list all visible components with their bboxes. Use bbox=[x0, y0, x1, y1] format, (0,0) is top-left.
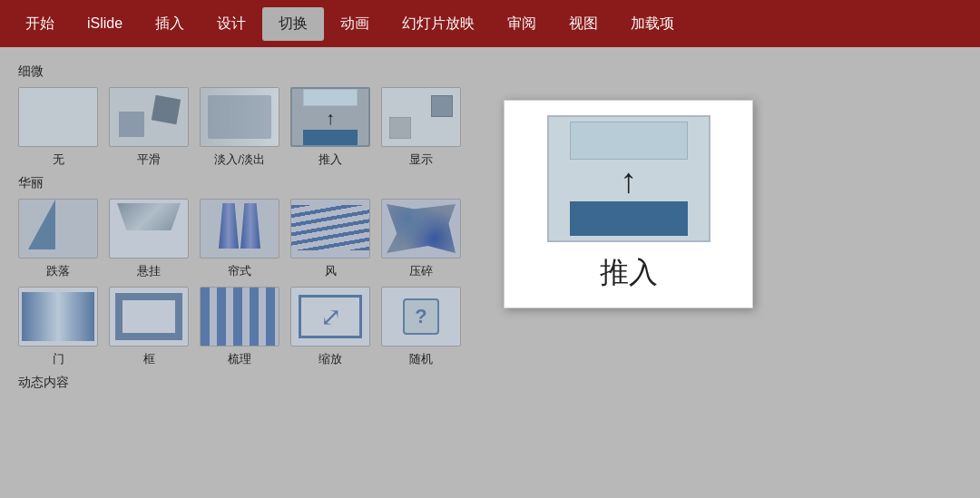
menu-item-addins[interactable]: 加载项 bbox=[614, 7, 691, 41]
menu-item-animation[interactable]: 动画 bbox=[324, 7, 386, 41]
transition-comb-icon bbox=[200, 287, 279, 347]
transition-fall-icon bbox=[18, 199, 98, 259]
transition-hang-icon bbox=[109, 199, 189, 259]
section-label-subtle: 细微 bbox=[18, 63, 962, 80]
transition-smooth-label: 平滑 bbox=[137, 151, 161, 168]
transition-fall-label: 跌落 bbox=[46, 263, 70, 279]
tooltip-push-icon-large: ↑ bbox=[547, 115, 710, 242]
transition-crush[interactable]: 压碎 bbox=[381, 199, 461, 279]
menu-item-islide[interactable]: iSlide bbox=[71, 8, 139, 39]
fancy-row1: 跌落 悬挂 帘式 风 压碎 bbox=[18, 199, 962, 279]
transition-curtain-icon bbox=[200, 199, 279, 259]
tooltip-push-title: 推入 bbox=[600, 253, 658, 293]
push-arrow: ↑ bbox=[326, 109, 335, 127]
tooltip-popup: ↑ 推入 bbox=[504, 100, 753, 308]
transition-fade-icon bbox=[200, 87, 279, 147]
menu-item-slideshow[interactable]: 幻灯片放映 bbox=[386, 7, 491, 41]
subtle-row: 无 平滑 淡入/淡出 ↑ 推入 bbox=[18, 87, 962, 168]
fancy-row2: 门 框 梳理 ⤢ 缩放 ? bbox=[18, 287, 962, 367]
transition-push[interactable]: ↑ 推入 bbox=[290, 87, 370, 168]
transition-random-label: 随机 bbox=[409, 351, 433, 367]
transition-crush-label: 压碎 bbox=[409, 263, 433, 279]
transition-comb-label: 梳理 bbox=[228, 351, 251, 367]
zoom-arrows-icon: ⤢ bbox=[291, 288, 369, 346]
transition-smooth-icon bbox=[109, 87, 189, 147]
transition-random[interactable]: ? 随机 bbox=[381, 287, 461, 367]
transition-push-label: 推入 bbox=[318, 151, 342, 168]
transition-wind-label: 风 bbox=[325, 263, 337, 279]
transition-push-icon: ↑ bbox=[290, 87, 370, 147]
transition-show-label: 显示 bbox=[409, 151, 433, 168]
tooltip-push-arrow: ↑ bbox=[620, 163, 637, 198]
menu-item-review[interactable]: 审阅 bbox=[491, 7, 553, 41]
menu-item-insert[interactable]: 插入 bbox=[139, 7, 201, 41]
transition-fall[interactable]: 跌落 bbox=[18, 199, 98, 279]
random-question-box: ? bbox=[403, 298, 439, 335]
transition-random-icon: ? bbox=[381, 287, 461, 347]
main-area: 细微 无 平滑 淡入/淡出 ↑ bbox=[0, 47, 980, 498]
section-label-dynamic: 动态内容 bbox=[18, 375, 962, 391]
transition-door[interactable]: 门 bbox=[18, 287, 98, 367]
transition-zoom[interactable]: ⤢ 缩放 bbox=[290, 287, 370, 367]
random-question-mark: ? bbox=[415, 305, 426, 328]
transition-frame-icon bbox=[109, 287, 189, 347]
transition-crush-icon bbox=[381, 199, 461, 259]
transition-zoom-icon: ⤢ bbox=[290, 287, 370, 347]
transition-none-label: 无 bbox=[53, 151, 64, 168]
transition-fade-label: 淡入/淡出 bbox=[214, 151, 265, 168]
menu-item-start[interactable]: 开始 bbox=[9, 7, 71, 41]
transition-none[interactable]: 无 bbox=[18, 87, 98, 168]
transition-comb[interactable]: 梳理 bbox=[200, 287, 279, 367]
push-top bbox=[303, 89, 358, 106]
section-subtle: 细微 无 平滑 淡入/淡出 ↑ bbox=[18, 63, 962, 168]
transition-wind[interactable]: 风 bbox=[290, 199, 370, 279]
transition-curtain[interactable]: 帘式 bbox=[200, 199, 279, 279]
transition-show[interactable]: 显示 bbox=[381, 87, 461, 168]
menu-item-transition[interactable]: 切换 bbox=[262, 7, 324, 41]
transition-show-icon bbox=[381, 87, 461, 147]
transition-none-icon bbox=[18, 87, 98, 147]
menu-item-design[interactable]: 设计 bbox=[201, 7, 262, 41]
transition-smooth[interactable]: 平滑 bbox=[109, 87, 189, 168]
menu-item-view[interactable]: 视图 bbox=[553, 7, 614, 41]
tooltip-push-bottom bbox=[570, 201, 688, 236]
push-bottom bbox=[303, 130, 358, 145]
transition-hang[interactable]: 悬挂 bbox=[109, 199, 189, 279]
transition-curtain-label: 帘式 bbox=[228, 263, 251, 279]
transition-frame[interactable]: 框 bbox=[109, 287, 189, 367]
transition-frame-label: 框 bbox=[143, 351, 155, 367]
section-fancy: 华丽 跌落 悬挂 帘式 风 bbox=[18, 175, 962, 367]
menu-bar: 开始 iSlide 插入 设计 切换 动画 幻灯片放映 审阅 视图 加载项 bbox=[0, 0, 980, 47]
transition-door-icon bbox=[18, 287, 98, 347]
transition-hang-label: 悬挂 bbox=[137, 263, 161, 279]
section-label-fancy: 华丽 bbox=[18, 175, 962, 191]
transition-zoom-label: 缩放 bbox=[318, 351, 342, 367]
transition-fade[interactable]: 淡入/淡出 bbox=[200, 87, 279, 168]
tooltip-push-top bbox=[570, 122, 688, 160]
transition-door-label: 门 bbox=[53, 351, 64, 367]
transition-wind-icon bbox=[290, 199, 370, 259]
